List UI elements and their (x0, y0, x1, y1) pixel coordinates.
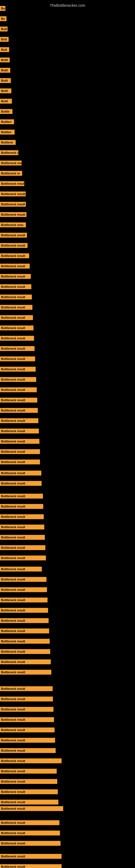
bottleneck-label: Bottleneck result (0, 274, 31, 279)
bottleneck-label: Bottleneck result (0, 567, 42, 571)
bottleneck-item: Bottleneck result (0, 628, 49, 633)
bottleneck-item: Bott (0, 37, 9, 42)
bottleneck-item: Bottleneck result (0, 587, 47, 592)
bottleneck-label: Bottleneck result (0, 253, 29, 258)
bottleneck-label: Bottl (0, 99, 12, 104)
bottleneck-label: Bottleneck result (0, 577, 46, 582)
bottleneck-label: Bottleneck result (0, 243, 28, 248)
bottleneck-label: Bottleneck resu (0, 222, 26, 227)
bottleneck-label: Bottleneck result (0, 377, 36, 382)
bottleneck-label: Bottleneck result (0, 696, 53, 702)
bottleneck-label: Bottleneck result (0, 305, 32, 310)
bottleneck-item: Bottleneck result (0, 418, 38, 423)
site-title: TheBottlenecker.com (50, 1, 85, 9)
bottleneck-item: Bottleneck result (0, 806, 63, 811)
bottleneck-label: Bottleneck result (0, 284, 31, 289)
bottleneck-label: Bottleneck result (0, 494, 43, 499)
bottleneck-item: Bottleneck resu (0, 222, 26, 227)
bottleneck-label: Bottleneck result (0, 789, 58, 794)
bottleneck-label: Bottleneck result (0, 471, 41, 475)
bottleneck-item: Bottleneck result (0, 460, 40, 464)
bottleneck-label: Bottleneck result (0, 439, 39, 444)
bottleneck-item: Bottleneck result (0, 202, 26, 207)
bottleneck-item: Bottleneck result (0, 717, 54, 722)
bottleneck-item: Bottleneck result (0, 686, 53, 691)
bottleneck-label: Bottleneck result (0, 769, 57, 774)
bottleneck-label: Bo (0, 6, 5, 11)
bottleneck-item: Bottleneck result (0, 854, 61, 859)
bottleneck-label: Bottleneck result (0, 481, 42, 486)
bottleneck-label: Bottleneck result (0, 649, 50, 654)
bottleneck-item: Bottleneck result (0, 841, 60, 846)
bottleneck-label: Bottleneck result (0, 535, 45, 540)
bottleneck-label: Bottleneck result (0, 212, 27, 217)
bottleneck-item: Bottleneck result (0, 727, 54, 733)
bottleneck-label: Bottleneck result (0, 587, 47, 592)
bottleneck-label: Bottleneck result (0, 748, 56, 753)
bottleneck-item: Bottleneck result (0, 326, 34, 330)
bottleneck-item: Bottleneck result (0, 649, 50, 654)
bottleneck-label: Bottleneck result (0, 597, 48, 602)
bottleneck-label: Bottlen (0, 130, 14, 134)
bottleneck-label: Bottleneck result (0, 628, 49, 633)
bottleneck-item: Bottleneck result (0, 639, 50, 644)
bottleneck-label: Bottleneck result (0, 449, 40, 454)
bottleneck-item: Bottleneck result (0, 707, 53, 712)
bottleneck-item: Bottleneck result (0, 356, 35, 361)
bottleneck-item: Bottleneck result (0, 618, 49, 623)
bottleneck-item: Bottleneck result (0, 748, 56, 753)
bottleneck-label: Bottleneck result (0, 181, 24, 186)
bottleneck-item: Bottleneck result (0, 535, 45, 540)
bottleneck-label: Bottleneck result (0, 864, 61, 868)
bottleneck-item: Bottleneck result (0, 670, 51, 675)
bottleneck-item: Bottlene (0, 140, 16, 145)
bottleneck-label: Bottleneck result (0, 758, 61, 763)
bottleneck-label: Bottleneck result (0, 659, 51, 664)
bottleneck-item: Bottleneck result (0, 284, 31, 289)
bottleneck-item: Bottleneck result (0, 769, 57, 774)
bottleneck-item: Bottleneck result (0, 212, 27, 217)
bottleneck-item: Bottleneck result (0, 864, 61, 868)
bottleneck-label: Bottleneck resu (0, 161, 21, 165)
bottleneck-item: Bottl (0, 88, 11, 93)
bottleneck-label: Bottleneck result (0, 806, 63, 811)
bottleneck-item: Bottleneck result (0, 514, 44, 519)
bottleneck-item: Bottleneck result (0, 388, 37, 392)
bottleneck-item: Bottleneck result (0, 545, 45, 550)
bottleneck-item: Bottlen (0, 130, 14, 134)
bottleneck-item: Bottle (0, 109, 12, 114)
bottleneck-label: Bottleneck result (0, 556, 46, 560)
bottleneck-label: Bottleneck result (0, 738, 55, 743)
bottleneck-item: Bottlen (0, 119, 14, 124)
bottleneck-item: Bottleneck result (0, 243, 28, 248)
bottleneck-item: Bottleneck result (0, 264, 30, 269)
bottleneck-label: Bottleneck result (0, 367, 36, 372)
bottleneck-label: Bottlen (0, 119, 14, 124)
bottleneck-label: Bottleneck result (0, 504, 43, 509)
bottleneck-item: Bo (0, 16, 6, 21)
bottleneck-item: Bottleneck result (0, 800, 58, 805)
bottleneck-item: Bottl (0, 78, 11, 83)
bottleneck-item: Bottleneck result (0, 577, 46, 582)
bottleneck-item: Bottleneck result (0, 789, 58, 794)
bottleneck-label: Bottleneck result (0, 686, 53, 691)
bottleneck-label: Bottleneck result (0, 618, 49, 623)
bottleneck-item: Bottleneck result (0, 233, 27, 238)
bottleneck-label: Bottleneck result (0, 707, 53, 712)
bottleneck-label: Bottleneck result (0, 408, 38, 413)
bottleneck-label: Bottleneck result (0, 191, 26, 196)
bottleneck-item: Bottleneck result (0, 659, 51, 664)
bottleneck-label: Bottleneck result (0, 820, 59, 825)
bottleneck-item: Bottleneck result (0, 696, 53, 702)
bottleneck-label: Bottleneck result (0, 233, 27, 238)
bottleneck-item: Bottleneck result (0, 408, 38, 413)
bottleneck-item: Bottleneck result (0, 504, 43, 509)
bottleneck-label: Bottleneck result (0, 854, 61, 859)
bottleneck-item: Bottl (0, 58, 10, 62)
bottleneck-label: Bottleneck result (0, 514, 44, 519)
bottleneck-label: Bottl (0, 58, 10, 62)
bottleneck-item: Bottleneck result (0, 481, 42, 486)
bottleneck-label: Bottleneck result (0, 800, 58, 805)
bottleneck-item: Bottl (0, 68, 10, 73)
bottleneck-label: Bottleneck result (0, 388, 37, 392)
